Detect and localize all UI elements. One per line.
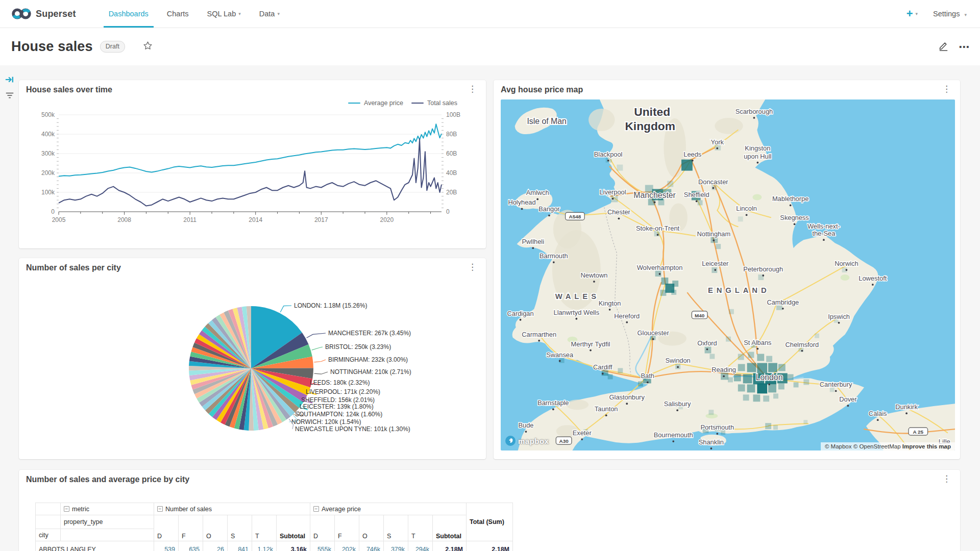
cell-value[interactable]: 294k bbox=[408, 541, 433, 551]
y-axis-tick: 0 bbox=[51, 208, 55, 215]
map-town-label: Wells-next- bbox=[807, 222, 840, 230]
map-town-label: Portsmouth bbox=[700, 423, 734, 431]
legend-item[interactable]: Average price bbox=[348, 99, 403, 107]
improve-map-link[interactable]: Improve this map bbox=[902, 443, 951, 449]
pivot-subtotal-header[interactable]: Subtotal bbox=[433, 515, 467, 541]
map-town-label: Kingston bbox=[745, 144, 770, 152]
dashboard-header: House sales Draft ⋯ bbox=[0, 28, 980, 65]
cell-value[interactable]: 555k bbox=[310, 541, 335, 551]
screengrid-cell bbox=[660, 290, 666, 296]
pivot-col-header[interactable]: S bbox=[384, 515, 408, 541]
pie-slice-label: MANCHESTER: 267k (3.45%) bbox=[328, 330, 411, 337]
pivot-city-header: city bbox=[36, 529, 61, 541]
pivot-table: −metric−Number of sales−Average priceTot… bbox=[35, 503, 513, 551]
nav-item-data[interactable]: Data▾ bbox=[250, 0, 289, 28]
screengrid-cell bbox=[698, 200, 703, 205]
screengrid-cell bbox=[661, 278, 668, 285]
pie-slice-label: NEWCASTLE UPON TYNE: 101k (1.30%) bbox=[295, 425, 410, 433]
pivot-col-header[interactable]: D bbox=[154, 515, 179, 541]
collapse-icon[interactable]: − bbox=[313, 506, 319, 512]
y2-axis-tick: 80B bbox=[446, 131, 457, 138]
superset-brand[interactable]: Superset bbox=[11, 0, 76, 28]
nav-item-dashboards[interactable]: Dashboards bbox=[100, 0, 158, 28]
screengrid-cell bbox=[738, 354, 744, 360]
filter-icon[interactable] bbox=[5, 92, 14, 99]
screengrid-cell bbox=[803, 420, 807, 424]
pie-slice-label: NORWICH: 120k (1.54%) bbox=[291, 418, 361, 425]
screengrid-cell bbox=[728, 377, 733, 382]
map-town-label: Norwich bbox=[835, 260, 858, 267]
map-town-label: Ipswich bbox=[828, 313, 850, 320]
map-town-label: Gloucester bbox=[638, 329, 670, 337]
nav-item-sql-lab[interactable]: SQL Lab▾ bbox=[198, 0, 250, 28]
cell-value[interactable]: 379k bbox=[384, 541, 408, 551]
pivot-col-header[interactable]: F bbox=[179, 515, 203, 541]
new-button[interactable]: + ▾ bbox=[906, 7, 918, 20]
cell-value[interactable]: 26 bbox=[203, 541, 228, 551]
y-axis-tick: 500k bbox=[41, 111, 55, 118]
pie-slice-label: BRISTOL: 250k (3.23%) bbox=[325, 343, 391, 350]
pivot-col-header[interactable]: F bbox=[335, 515, 359, 541]
chart-legend: Average priceTotal sales bbox=[348, 99, 457, 107]
cell-value[interactable]: 746k bbox=[359, 541, 384, 551]
line-chart[interactable]: 0100k200k300k400k500k020B40B60B80B100B20… bbox=[29, 111, 478, 240]
chart-card-pivot-table: Number of sales and average price by cit… bbox=[19, 470, 960, 551]
map-town-label: Newtown bbox=[581, 271, 608, 279]
pivot-col-header[interactable]: T bbox=[408, 515, 433, 541]
pivot-col-header[interactable]: D bbox=[310, 515, 335, 541]
pie-slice-label: SOUTHAMPTON: 124k (1.60%) bbox=[295, 411, 382, 418]
pie-chart[interactable]: LONDON: 1.18M (15.26%)MANCHESTER: 267k (… bbox=[19, 258, 486, 461]
map-town-label: Amlwch bbox=[526, 189, 549, 196]
chart-card-sales-per-city: Number of sales per city ⋮ LONDON: 1.18M… bbox=[19, 258, 486, 459]
map-town-label: Holyhead bbox=[508, 198, 535, 206]
chevron-down-icon: ▾ bbox=[916, 11, 918, 16]
pivot-col-header[interactable]: T bbox=[252, 515, 277, 541]
screengrid-cell bbox=[705, 347, 712, 354]
nav-item-charts[interactable]: Charts bbox=[158, 0, 198, 28]
cell-subtotal: 3.16k bbox=[277, 541, 310, 551]
dashboard-menu-icon[interactable]: ⋯ bbox=[959, 44, 970, 49]
map-town-label: London bbox=[756, 373, 783, 382]
chart-kebab-menu-icon[interactable]: ⋮ bbox=[940, 85, 953, 93]
map-town-label: Peterborough bbox=[743, 265, 783, 273]
page-title: House sales bbox=[11, 39, 93, 55]
chart-kebab-menu-icon[interactable]: ⋮ bbox=[940, 475, 953, 483]
cell-value[interactable]: 539 bbox=[154, 541, 179, 551]
chart-kebab-menu-icon[interactable]: ⋮ bbox=[466, 85, 479, 93]
y-axis-tick: 200k bbox=[41, 169, 55, 177]
map-town-label: Chelmsford bbox=[786, 341, 819, 348]
collapse-icon[interactable]: − bbox=[157, 506, 163, 512]
expand-filter-bar-icon[interactable] bbox=[5, 76, 14, 84]
cell-value[interactable]: 841 bbox=[228, 541, 252, 551]
cell-value[interactable]: 202k bbox=[335, 541, 359, 551]
legend-item[interactable]: Total sales bbox=[411, 99, 457, 107]
favorite-star-icon[interactable] bbox=[142, 40, 153, 53]
screengrid-cell bbox=[778, 364, 786, 371]
map-viewport[interactable]: UnitedKingdomENGLANDWALESIsle of ManScar… bbox=[501, 99, 955, 450]
svg-text:M40: M40 bbox=[695, 313, 705, 318]
cell-value[interactable]: 635 bbox=[179, 541, 203, 551]
collapse-icon[interactable]: − bbox=[64, 506, 69, 512]
map-town-label: Oxford bbox=[697, 339, 717, 347]
pivot-col-header[interactable]: O bbox=[203, 515, 228, 541]
pivot-col-header[interactable]: O bbox=[359, 515, 384, 541]
attribution-links[interactable]: © Mapbox © OpenStreetMap bbox=[825, 443, 901, 449]
pivot-total-header: Total (Sum) bbox=[467, 503, 513, 541]
table-row: ABBOTS LANGLEY539635268411.12k3.16k555k2… bbox=[36, 541, 513, 551]
cell-value[interactable]: 1.12k bbox=[252, 541, 277, 551]
row-label: ABBOTS LANGLEY bbox=[36, 541, 154, 551]
x-axis-tick: 2020 bbox=[380, 216, 394, 223]
screengrid-cell bbox=[743, 374, 752, 383]
x-axis-tick: 2014 bbox=[249, 216, 262, 223]
pivot-subtotal-header[interactable]: Subtotal bbox=[277, 515, 310, 541]
map-town-label: Merthyr Tydfil bbox=[571, 340, 610, 348]
svg-text:A548: A548 bbox=[569, 214, 581, 219]
settings-menu[interactable]: Settings ▾ bbox=[933, 10, 967, 18]
screengrid-cell bbox=[757, 363, 767, 373]
pie-slice-label: LONDON: 1.18M (15.26%) bbox=[294, 302, 367, 309]
edit-dashboard-icon[interactable] bbox=[938, 40, 949, 54]
screengrid-cell bbox=[753, 394, 760, 402]
svg-text:A30: A30 bbox=[559, 438, 569, 444]
mapbox-logo[interactable]: mapbox bbox=[505, 435, 549, 446]
pivot-col-header[interactable]: S bbox=[228, 515, 252, 541]
